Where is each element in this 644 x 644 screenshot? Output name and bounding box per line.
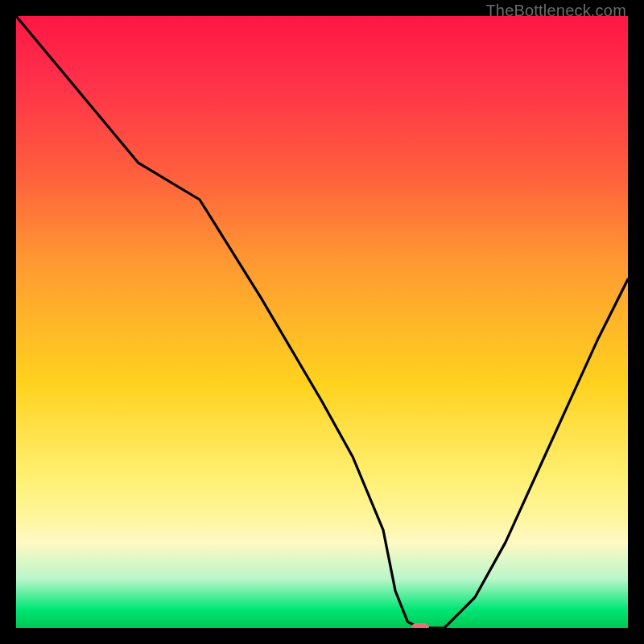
bottleneck-curve	[16, 16, 628, 628]
curve-svg	[16, 16, 628, 628]
plot-area	[16, 16, 628, 628]
optimal-point-marker	[411, 623, 429, 628]
chart-container: TheBottleneck.com	[0, 0, 644, 644]
